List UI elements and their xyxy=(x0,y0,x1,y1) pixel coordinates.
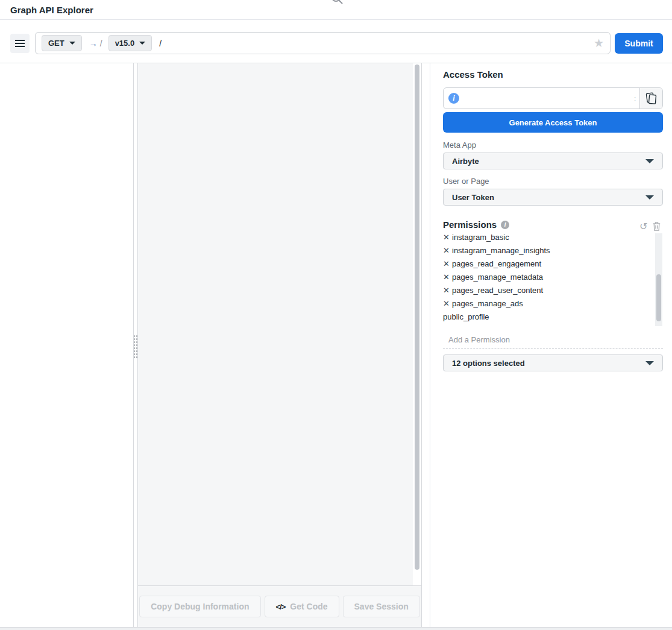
permission-item: ✕instagram_manage_insights xyxy=(443,244,655,257)
chevron-down-icon xyxy=(69,42,75,45)
token-field-hint: : xyxy=(634,95,639,102)
meta-app-value: Airbyte xyxy=(452,157,479,166)
main-area: Copy Debug Information </> Get Code Save… xyxy=(0,63,672,627)
permissions-tools: ↺ xyxy=(639,222,661,231)
info-icon[interactable]: i xyxy=(448,93,459,104)
meta-app-label: Meta App xyxy=(443,140,476,150)
permissions-header: Permissions i xyxy=(443,219,509,230)
info-icon[interactable]: i xyxy=(501,221,509,229)
arrow-right-icon: → xyxy=(89,39,98,48)
permission-label: pages_read_engagement xyxy=(452,259,541,268)
access-token-field[interactable]: i : xyxy=(443,87,663,109)
user-or-page-label: User or Page xyxy=(443,177,489,186)
favorite-star-icon[interactable]: ★ xyxy=(594,37,604,49)
api-version-label: v15.0 xyxy=(115,39,135,48)
permission-item: ✕pages_manage_metadata xyxy=(443,270,655,283)
hamburger-icon xyxy=(15,40,25,41)
user-or-page-select[interactable]: User Token xyxy=(443,189,663,206)
header: Graph API Explorer xyxy=(0,0,672,20)
permission-label: instagram_basic xyxy=(452,233,509,242)
meta-app-select[interactable]: Airbyte xyxy=(443,153,663,169)
response-scrollbar-track[interactable] xyxy=(413,63,421,585)
request-toolbar: GET → / v15.0 / ★ Submit xyxy=(0,20,672,63)
permission-label: pages_manage_metadata xyxy=(452,272,543,282)
permission-item: ✕pages_manage_ads xyxy=(443,297,655,310)
copy-icon xyxy=(645,92,658,105)
access-token-panel: Access Token i : Generate Access Token M… xyxy=(430,63,672,627)
permission-item: ✕pages_read_user_content xyxy=(443,283,655,297)
chevron-down-icon xyxy=(645,195,654,200)
undo-icon[interactable]: ↺ xyxy=(639,222,647,231)
remove-permission-icon[interactable]: ✕ xyxy=(443,246,451,255)
permission-label: pages_manage_ads xyxy=(452,299,523,308)
add-permission-input[interactable] xyxy=(443,333,663,349)
http-method-dropdown[interactable]: GET xyxy=(42,35,82,51)
get-code-label: Get Code xyxy=(290,602,327,611)
remove-permission-icon[interactable]: ✕ xyxy=(443,286,451,295)
permissions-list: ✕instagram_basic✕instagram_manage_insigh… xyxy=(443,233,655,323)
permission-item: ✕pages_read_engagement xyxy=(443,257,655,270)
fields-left-panel xyxy=(0,63,134,627)
bottom-strip xyxy=(0,627,672,630)
permission-label: instagram_manage_insights xyxy=(452,246,550,255)
save-session-button[interactable]: Save Session xyxy=(343,596,420,617)
user-or-page-value: User Token xyxy=(452,193,494,202)
copy-debug-button[interactable]: Copy Debug Information xyxy=(139,596,260,617)
options-selected-value: 12 options selected xyxy=(452,359,525,368)
response-scrollbar-thumb[interactable] xyxy=(415,65,419,570)
copy-token-button[interactable] xyxy=(639,87,662,109)
permission-item: public_profile xyxy=(443,310,655,323)
chevron-down-icon xyxy=(645,361,654,365)
generate-access-token-button[interactable]: Generate Access Token xyxy=(443,112,663,133)
permissions-scrollbar-track[interactable] xyxy=(655,233,662,326)
remove-permission-icon[interactable]: ✕ xyxy=(443,272,451,282)
remove-permission-icon[interactable]: ✕ xyxy=(443,233,451,242)
url-slash: / xyxy=(100,39,102,48)
response-panel: Copy Debug Information </> Get Code Save… xyxy=(137,63,422,627)
trash-icon[interactable] xyxy=(653,222,661,231)
permission-item: ✕instagram_basic xyxy=(443,233,655,244)
access-token-heading: Access Token xyxy=(443,69,503,80)
permission-label: public_profile xyxy=(443,312,489,321)
graph-api-explorer-window: Graph API Explorer GET → / v15.0 / ★ xyxy=(0,0,672,630)
response-footer: Copy Debug Information </> Get Code Save… xyxy=(138,585,421,627)
code-icon: </> xyxy=(276,602,286,611)
remove-permission-icon[interactable]: ✕ xyxy=(443,299,451,308)
request-path-input[interactable]: / xyxy=(159,39,162,48)
hamburger-menu-button[interactable] xyxy=(10,34,30,53)
remove-permission-icon[interactable]: ✕ xyxy=(443,259,451,268)
chevron-down-icon xyxy=(139,42,145,45)
chevron-down-icon xyxy=(645,159,654,163)
api-version-dropdown[interactable]: v15.0 xyxy=(108,35,152,51)
permissions-options-select[interactable]: 12 options selected xyxy=(443,354,663,371)
http-method-label: GET xyxy=(48,39,64,48)
permissions-list-wrap: ✕instagram_basic✕instagram_manage_insigh… xyxy=(443,233,655,326)
request-url-bar[interactable]: GET → / v15.0 / ★ xyxy=(35,32,611,54)
page-title: Graph API Explorer xyxy=(10,5,93,15)
permissions-heading: Permissions xyxy=(443,219,497,230)
permission-label: pages_read_user_content xyxy=(452,286,543,295)
get-code-button[interactable]: </> Get Code xyxy=(265,596,339,617)
search-icon[interactable] xyxy=(330,0,344,7)
submit-button[interactable]: Submit xyxy=(615,33,663,54)
permissions-scrollbar-thumb[interactable] xyxy=(656,274,661,321)
